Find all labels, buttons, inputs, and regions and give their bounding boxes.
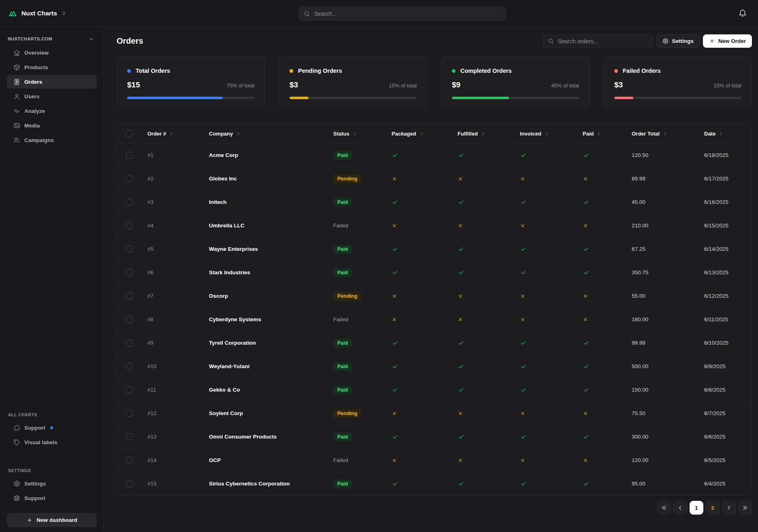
select-all-checkbox[interactable] bbox=[126, 130, 133, 137]
brand[interactable]: Nuxt Charts bbox=[8, 9, 67, 18]
order-number: #2 bbox=[141, 176, 203, 182]
status-cell: Paid bbox=[327, 479, 385, 488]
row-checkbox[interactable] bbox=[126, 152, 133, 159]
sidebar-item-products[interactable]: Products bbox=[7, 60, 97, 74]
status-badge: Paid bbox=[333, 432, 352, 441]
table-row[interactable]: #5 Wayne Enterprises Paid 67.25 6/14/202… bbox=[117, 237, 752, 261]
global-search-input[interactable] bbox=[314, 11, 501, 17]
row-checkbox[interactable] bbox=[126, 222, 133, 229]
paid-cell bbox=[577, 152, 626, 159]
paid-cell bbox=[577, 339, 626, 346]
sidebar-item-visual-labels[interactable]: Visual labels bbox=[7, 435, 97, 449]
check-icon bbox=[520, 386, 527, 393]
bell-icon[interactable] bbox=[739, 9, 747, 17]
sort-icon bbox=[662, 131, 668, 136]
table-row[interactable]: #13 Omni Consumer Products Paid 300.00 6… bbox=[117, 425, 752, 448]
first-page-button[interactable] bbox=[657, 501, 671, 515]
column-header-date[interactable]: Date bbox=[698, 131, 752, 137]
stat-label: Total Orders bbox=[136, 68, 170, 74]
stat-cards: Total Orders $15 75% of total Pending Or… bbox=[117, 56, 752, 108]
row-checkbox[interactable] bbox=[126, 386, 133, 393]
packaged-cell bbox=[385, 458, 451, 463]
new-dashboard-button[interactable]: New dashboard bbox=[7, 513, 97, 527]
table-row[interactable]: #4 Umbrella LLC Failed 210.00 6/15/2025 bbox=[117, 214, 752, 237]
sidebar-item-users[interactable]: Users bbox=[7, 89, 97, 103]
column-label: Status bbox=[333, 131, 349, 137]
page-button-2[interactable]: 2 bbox=[706, 501, 720, 515]
settings-button[interactable]: Settings bbox=[656, 34, 699, 48]
table-row[interactable]: #9 Tyrell Corporation Paid 99.99 6/10/20… bbox=[117, 331, 752, 354]
status-badge: Paid bbox=[333, 386, 352, 394]
sidebar-item-orders[interactable]: Orders bbox=[7, 75, 97, 89]
row-checkbox[interactable] bbox=[126, 480, 133, 487]
stat-card-pending-orders: Pending Orders $3 15% of total bbox=[279, 56, 427, 108]
row-checkbox[interactable] bbox=[126, 292, 133, 299]
status-badge: Pending bbox=[333, 292, 361, 301]
table-row[interactable]: #12 Soylent Corp Pending 75.50 6/7/2025 bbox=[117, 401, 752, 425]
row-checkbox[interactable] bbox=[126, 457, 133, 464]
check-icon bbox=[392, 339, 398, 346]
prev-page-button[interactable] bbox=[673, 501, 687, 515]
chevron-updown-icon[interactable] bbox=[61, 11, 67, 16]
fulfilled-cell bbox=[451, 317, 514, 322]
table-row[interactable]: #2 Globex Inc Pending 89.99 6/17/2025 bbox=[117, 167, 752, 190]
sidebar-item-overview[interactable]: Overview bbox=[7, 46, 97, 59]
sidebar-item-campaigns[interactable]: Campaigns bbox=[7, 133, 97, 147]
column-header-packaged[interactable]: Packaged bbox=[385, 131, 451, 137]
row-checkbox[interactable] bbox=[126, 410, 133, 417]
column-header-company[interactable]: Company bbox=[203, 131, 327, 137]
company-name: Initech bbox=[203, 199, 327, 205]
workspace-selector[interactable]: NUXTCHARTS.COM bbox=[7, 32, 97, 46]
row-checkbox[interactable] bbox=[126, 433, 133, 440]
column-header-order[interactable]: Order # bbox=[141, 131, 203, 137]
table-row[interactable]: #14 OCP Failed 120.00 6/5/2025 bbox=[117, 448, 752, 472]
row-checkbox[interactable] bbox=[126, 246, 133, 252]
row-checkbox[interactable] bbox=[126, 316, 133, 323]
packaged-cell bbox=[385, 480, 451, 487]
check-icon bbox=[520, 152, 527, 159]
header-actions: Settings New Order bbox=[543, 34, 752, 48]
table-row[interactable]: #11 Gekko & Co Paid 150.00 6/8/2025 bbox=[117, 378, 752, 401]
column-header-status[interactable]: Status bbox=[327, 131, 385, 137]
order-number: #8 bbox=[141, 316, 203, 322]
sidebar-item-media[interactable]: Media bbox=[7, 119, 97, 132]
table-row[interactable]: #6 Stark Industries Paid 350.75 6/13/202… bbox=[117, 261, 752, 284]
row-checkbox[interactable] bbox=[126, 175, 133, 182]
sidebar-item-analyze[interactable]: Analyze bbox=[7, 104, 97, 118]
new-order-button[interactable]: New Order bbox=[703, 34, 752, 48]
stat-value: $15 bbox=[127, 81, 140, 89]
column-header-fulfilled[interactable]: Fulfilled bbox=[451, 131, 514, 137]
row-checkbox[interactable] bbox=[126, 363, 133, 370]
x-icon bbox=[392, 176, 397, 182]
sidebar-nav: Overview Products Orders Users Analyze M… bbox=[7, 46, 97, 148]
table-row[interactable]: #8 Cyberdyne Systems Failed 180.00 6/11/… bbox=[117, 307, 752, 331]
column-header-order-total[interactable]: Order Total bbox=[626, 131, 698, 137]
table-row[interactable]: #1 Acme Corp Paid 120.50 6/18/2025 bbox=[117, 143, 752, 167]
table-row[interactable]: #15 Sirius Cybernetics Corporation Paid … bbox=[117, 472, 752, 495]
orders-search-input[interactable] bbox=[558, 38, 648, 45]
sidebar-item-settings[interactable]: Settings bbox=[7, 477, 97, 490]
row-checkbox[interactable] bbox=[126, 269, 133, 276]
page-title: Orders bbox=[117, 36, 143, 46]
check-icon bbox=[520, 339, 527, 346]
invoiced-cell bbox=[514, 246, 577, 252]
last-page-button[interactable] bbox=[738, 501, 752, 515]
sidebar-item-support[interactable]: Support bbox=[7, 491, 97, 505]
table-row[interactable]: #10 Weyland-Yutani Paid 500.00 6/9/2025 bbox=[117, 354, 752, 378]
status-cell: Paid bbox=[327, 198, 385, 207]
table-row[interactable]: #3 Initech Paid 45.00 6/16/2025 bbox=[117, 190, 752, 214]
invoiced-cell bbox=[514, 199, 577, 206]
next-page-button[interactable] bbox=[722, 501, 736, 515]
row-checkbox[interactable] bbox=[126, 199, 133, 206]
column-header-invoiced[interactable]: Invoiced bbox=[514, 131, 577, 137]
order-total: 120.50 bbox=[626, 152, 698, 158]
row-checkbox[interactable] bbox=[126, 339, 133, 346]
column-header-paid[interactable]: Paid bbox=[577, 131, 626, 137]
sidebar-item-support[interactable]: Support bbox=[7, 421, 97, 435]
x-icon bbox=[583, 317, 588, 322]
page-button-1[interactable]: 1 bbox=[690, 501, 703, 515]
table-row[interactable]: #7 Oscorp Pending 55.00 6/12/2025 bbox=[117, 284, 752, 307]
global-search[interactable] bbox=[298, 6, 506, 21]
orders-search[interactable] bbox=[543, 34, 653, 48]
x-icon bbox=[520, 223, 526, 229]
